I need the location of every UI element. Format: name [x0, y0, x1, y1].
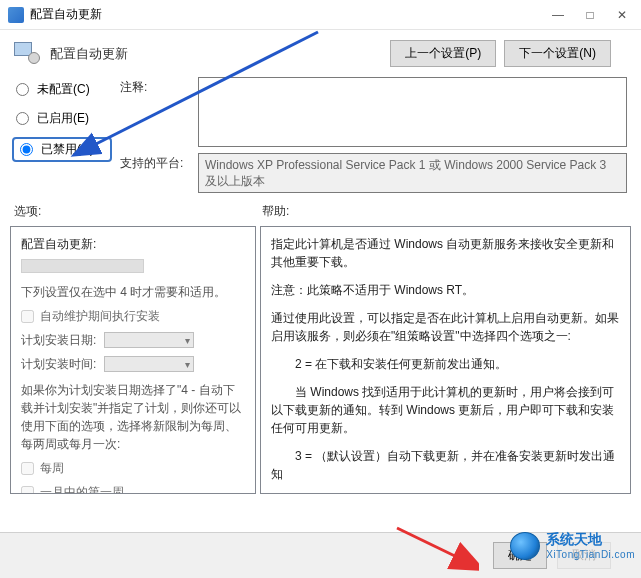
schedule-time-select[interactable] [104, 356, 194, 372]
help-p7: Windows 查找适用于此计算机的更新，并在后台下载这些更新（在此过程中，用户… [271, 493, 620, 494]
header: 配置自动更新 上一个设置(P) 下一个设置(N) [0, 30, 641, 73]
window-title: 配置自动更新 [30, 6, 102, 23]
options-note: 下列设置仅在选中 4 时才需要和适用。 [21, 283, 245, 301]
maintenance-checkbox-label: 自动维护期间执行安装 [40, 307, 160, 325]
maintenance-checkbox[interactable]: 自动维护期间执行安装 [21, 307, 245, 325]
next-setting-button[interactable]: 下一个设置(N) [504, 40, 611, 67]
help-panel[interactable]: 指定此计算机是否通过 Windows 自动更新服务来接收安全更新和其他重要下载。… [260, 226, 631, 494]
help-p3: 通过使用此设置，可以指定是否在此计算机上启用自动更新。如果启用该服务，则必须在"… [271, 309, 620, 345]
comment-label: 注释: [120, 77, 190, 96]
radio-not-configured[interactable]: 未配置(C) [14, 81, 110, 98]
state-radios: 未配置(C) 已启用(E) 已禁用(D) [14, 77, 110, 193]
window-controls: — □ ✕ [551, 8, 633, 22]
radio-disabled-label: 已禁用(D) [41, 141, 94, 158]
schedule-day-label: 计划安装日期: [21, 331, 96, 349]
minimize-button[interactable]: — [551, 8, 565, 22]
upper-section: 未配置(C) 已启用(E) 已禁用(D) 注释: 支持的平台: Windows … [0, 73, 641, 201]
weekly-checkbox-label: 每周 [40, 459, 64, 477]
schedule-time-row: 计划安装时间: [21, 355, 245, 373]
nav-buttons: 上一个设置(P) 下一个设置(N) [390, 40, 627, 67]
radio-not-configured-label: 未配置(C) [37, 81, 90, 98]
help-header: 帮助: [262, 203, 627, 220]
maximize-button[interactable]: □ [583, 8, 597, 22]
ok-button[interactable]: 确定 [493, 542, 547, 569]
platform-label: 支持的平台: [120, 153, 190, 172]
options-title: 配置自动更新: [21, 235, 245, 253]
supported-platforms: Windows XP Professional Service Pack 1 或… [198, 153, 627, 193]
radio-enabled[interactable]: 已启用(E) [14, 110, 110, 127]
options-panel[interactable]: 配置自动更新: 下列设置仅在选中 4 时才需要和适用。 自动维护期间执行安装 计… [10, 226, 256, 494]
help-p5: 当 Windows 找到适用于此计算机的更新时，用户将会接到可以下载更新的通知。… [271, 383, 620, 437]
policy-icon [14, 42, 42, 66]
schedule-time-label: 计划安装时间: [21, 355, 96, 373]
first-week-checkbox[interactable]: 一月中的第一周 [21, 483, 245, 494]
page-title: 配置自动更新 [50, 45, 128, 63]
maintenance-checkbox-input[interactable] [21, 310, 34, 323]
help-p2: 注意：此策略不适用于 Windows RT。 [271, 281, 620, 299]
radio-enabled-input[interactable] [16, 112, 29, 125]
schedule-day-row: 计划安装日期: [21, 331, 245, 349]
config-dropdown[interactable] [21, 259, 144, 273]
radio-disabled[interactable]: 已禁用(D) [14, 139, 110, 160]
comment-textarea[interactable] [198, 77, 627, 147]
first-week-checkbox-input[interactable] [21, 486, 34, 495]
weekly-checkbox[interactable]: 每周 [21, 459, 245, 477]
close-button[interactable]: ✕ [615, 8, 629, 22]
footer: 确定 取消 [0, 532, 641, 578]
column-headers: 选项: 帮助: [0, 201, 641, 222]
app-icon [8, 7, 24, 23]
help-p6: 3 = （默认设置）自动下载更新，并在准备安装更新时发出通知 [271, 447, 620, 483]
title-bar: 配置自动更新 — □ ✕ [0, 0, 641, 30]
options-header: 选项: [14, 203, 262, 220]
radio-disabled-input[interactable] [20, 143, 33, 156]
first-week-checkbox-label: 一月中的第一周 [40, 483, 124, 494]
options-paragraph: 如果你为计划安装日期选择了"4 - 自动下载并计划安装"并指定了计划，则你还可以… [21, 381, 245, 453]
radio-not-configured-input[interactable] [16, 83, 29, 96]
previous-setting-button[interactable]: 上一个设置(P) [390, 40, 496, 67]
weekly-checkbox-input[interactable] [21, 462, 34, 475]
fields-grid: 注释: 支持的平台: Windows XP Professional Servi… [120, 77, 627, 193]
help-p1: 指定此计算机是否通过 Windows 自动更新服务来接收安全更新和其他重要下载。 [271, 235, 620, 271]
cancel-button[interactable]: 取消 [557, 542, 611, 569]
radio-enabled-label: 已启用(E) [37, 110, 89, 127]
schedule-day-select[interactable] [104, 332, 194, 348]
panels: 配置自动更新: 下列设置仅在选中 4 时才需要和适用。 自动维护期间执行安装 计… [10, 226, 631, 494]
help-p4: 2 = 在下载和安装任何更新前发出通知。 [271, 355, 620, 373]
